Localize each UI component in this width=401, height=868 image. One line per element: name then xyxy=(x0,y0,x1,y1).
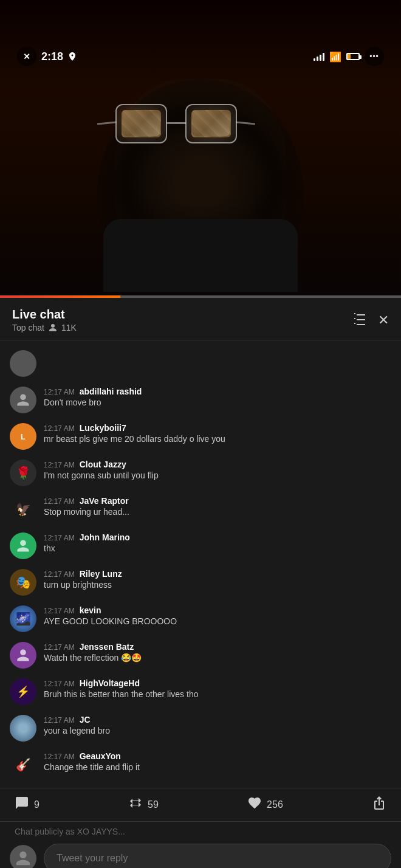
message-time: 12:17 AM xyxy=(44,607,75,615)
message-meta: 12:17 AM HighVoltageHd xyxy=(44,678,391,688)
status-time: 2:18 xyxy=(41,50,63,63)
message-text: Stop moving ur head... xyxy=(44,506,391,518)
message-text: Bruh this is better than the other lives… xyxy=(44,689,391,701)
message-meta: 12:17 AM kevin xyxy=(44,605,391,615)
retweet-count: 59 xyxy=(148,799,159,810)
avatar xyxy=(10,642,36,669)
message-meta: 12:17 AM GeauxYon xyxy=(44,751,391,761)
message-body: 12:17 AM abdillahi rashid Don't move bro xyxy=(44,387,391,409)
list-item: ⚡ 12:17 AM HighVoltageHd Bruh this is be… xyxy=(0,673,401,710)
list-item xyxy=(0,345,401,382)
message-body: 12:17 AM JaVe Raptor Stop moving ur head… xyxy=(44,496,391,518)
avatar xyxy=(10,387,36,413)
close-video-button[interactable]: ✕ xyxy=(17,47,36,66)
video-player[interactable]: ✕ 2:18 📶 ••• xyxy=(0,0,401,298)
message-time: 12:17 AM xyxy=(44,643,75,652)
chat-header: Live chat Top chat 11K ✕ xyxy=(0,298,401,340)
list-item: 12:17 AM Jenssen Batz Watch the reflecti… xyxy=(0,637,401,673)
message-meta: 12:17 AM abdillahi rashid xyxy=(44,387,391,396)
location-icon xyxy=(68,52,77,61)
avatar: L xyxy=(10,423,36,450)
message-author: Luckyboiii7 xyxy=(80,423,126,433)
avatar: 🦅 xyxy=(10,496,36,523)
close-chat-icon[interactable]: ✕ xyxy=(378,312,389,328)
message-text: turn up brightness xyxy=(44,579,391,591)
message-text: I'm not gonna sub until you flip xyxy=(44,470,391,482)
avatar: 🎭 xyxy=(10,569,36,596)
chat-subtitle: Top chat 11K xyxy=(12,323,77,332)
message-body: 12:17 AM kevin AYE GOOD LOOKING BROOOOO xyxy=(44,605,391,628)
message-text: AYE GOOD LOOKING BROOOOO xyxy=(44,616,391,628)
chat-title: Live chat xyxy=(12,308,77,322)
message-body: 12:17 AM JC your a legend bro xyxy=(44,715,391,737)
message-author: Jenssen Batz xyxy=(80,642,134,652)
avatar xyxy=(10,350,36,377)
avatar: 🌌 xyxy=(10,605,36,632)
chat-header-actions: ✕ xyxy=(352,311,389,329)
public-chat-label: Chat publicly as XO JAYYS... xyxy=(0,822,401,839)
message-meta: 12:17 AM Luckyboiii7 xyxy=(44,423,391,433)
message-text: mr beast pls give me 20 dollars daddy o … xyxy=(44,433,391,446)
message-author: kevin xyxy=(80,605,101,615)
message-text: thx xyxy=(44,543,391,555)
message-text: your a legend bro xyxy=(44,725,391,737)
message-meta: 12:17 AM Clout Jazzy xyxy=(44,460,391,469)
message-body: 12:17 AM HighVoltageHd Bruh this is bett… xyxy=(44,678,391,701)
message-meta: 12:17 AM JaVe Raptor xyxy=(44,496,391,506)
list-item: 🎭 12:17 AM Riley Lunz turn up brightness xyxy=(0,564,401,601)
glasses-right-lens xyxy=(185,104,237,143)
message-meta: 12:17 AM John Marino xyxy=(44,532,391,542)
message-author: Riley Lunz xyxy=(80,569,122,579)
glasses-bridge xyxy=(166,122,186,124)
message-time: 12:17 AM xyxy=(44,534,75,542)
retweet-icon xyxy=(128,796,143,814)
list-item: 12:17 AM JC your a legend bro xyxy=(0,710,401,746)
list-item: 🦅 12:17 AM JaVe Raptor Stop moving ur he… xyxy=(0,491,401,528)
chat-panel: Live chat Top chat 11K ✕ xyxy=(0,298,401,868)
video-content xyxy=(0,0,401,298)
comments-interaction[interactable]: 9 xyxy=(15,796,39,814)
tweet-reply-input[interactable]: Tweet your reply xyxy=(44,844,391,868)
message-author: GeauxYon xyxy=(80,751,121,761)
comment-count: 9 xyxy=(34,799,39,810)
share-interaction[interactable] xyxy=(372,796,386,814)
message-body: 12:17 AM GeauxYon Change the title and f… xyxy=(44,751,391,774)
message-author: JaVe Raptor xyxy=(80,496,129,506)
message-text: Watch the reflection 😂🤩 xyxy=(44,652,391,664)
interaction-bar: 9 59 256 xyxy=(0,788,401,822)
share-icon xyxy=(372,796,386,814)
message-time: 12:17 AM xyxy=(44,497,75,506)
avatar xyxy=(10,532,36,559)
message-time: 12:17 AM xyxy=(44,424,75,433)
message-meta: 12:17 AM JC xyxy=(44,715,391,725)
message-author: abdillahi rashid xyxy=(80,387,142,396)
message-body: 12:17 AM Luckyboiii7 mr beast pls give m… xyxy=(44,423,391,446)
filter-icon[interactable] xyxy=(352,311,367,329)
like-count: 256 xyxy=(267,799,283,810)
reply-avatar xyxy=(10,845,36,868)
more-options-button[interactable]: ••• xyxy=(365,47,384,66)
avatar xyxy=(10,715,36,742)
top-chat-label: Top chat xyxy=(12,323,44,332)
chat-messages: 12:17 AM abdillahi rashid Don't move bro… xyxy=(0,340,401,788)
message-body: 12:17 AM John Marino thx xyxy=(44,532,391,555)
message-author: John Marino xyxy=(80,532,130,542)
avatar: 🌹 xyxy=(10,460,36,486)
message-time: 12:17 AM xyxy=(44,680,75,688)
message-body: 12:17 AM Clout Jazzy I'm not gonna sub u… xyxy=(44,460,391,482)
like-icon xyxy=(247,796,262,814)
phone-frame: ✕ 2:18 📶 ••• xyxy=(0,0,401,868)
status-indicators: 📶 ••• xyxy=(314,47,384,66)
wifi-icon: 📶 xyxy=(329,51,341,63)
like-interaction[interactable]: 256 xyxy=(247,796,283,814)
comment-icon xyxy=(15,796,29,814)
retweet-interaction[interactable]: 59 xyxy=(128,796,159,814)
glasses-left-lens xyxy=(115,104,167,143)
list-item: 🌹 12:17 AM Clout Jazzy I'm not gonna sub… xyxy=(0,455,401,491)
message-time: 12:17 AM xyxy=(44,461,75,469)
avatar: ⚡ xyxy=(10,678,36,705)
message-time: 12:17 AM xyxy=(44,388,75,396)
battery-icon xyxy=(346,53,360,60)
list-item: 🎸 12:17 AM GeauxYon Change the title and… xyxy=(0,746,401,783)
message-author: HighVoltageHd xyxy=(80,678,140,688)
